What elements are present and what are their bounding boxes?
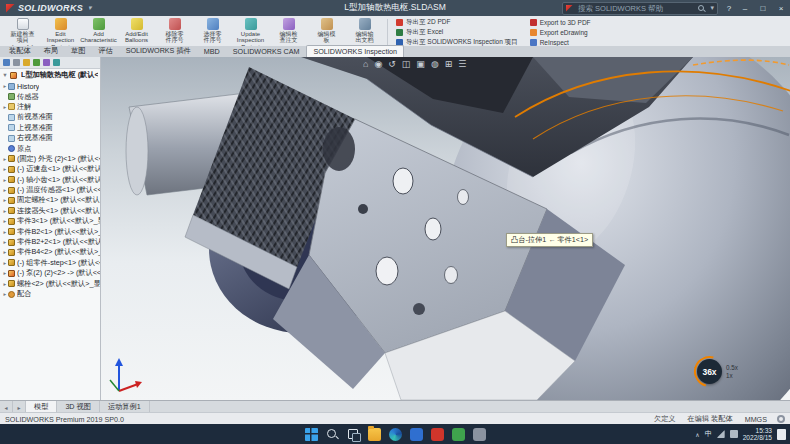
graphics-viewport[interactable]: ⌂ ◉ ↺ ◫ ▣ ◍ ⊞ ☰ 凸台-拉伸1 ← 零件1<1> 36x 0.5x…: [101, 57, 790, 400]
tree-item-origin[interactable]: 原点: [2, 143, 100, 153]
tree-item-front-plane[interactable]: 前视基准面: [2, 112, 100, 122]
start-button-icon[interactable]: [305, 428, 318, 441]
tab-inspection[interactable]: SOLIDWORKS Inspection: [306, 45, 404, 57]
zoom-area-icon[interactable]: ◉: [374, 58, 382, 70]
titlebar: SOLIDWORKS ▾ L型加轴散热电枢.SLDASM ▾ ? – □ ×: [0, 0, 790, 16]
tree-item-component[interactable]: ▸ 螺栓<2> (默认<<默认>_显示状态: [2, 278, 100, 288]
tree-item-component[interactable]: ▸ (-) 组零件-step<1> (默认<<默认...: [2, 258, 100, 268]
new-inspection-project-button[interactable]: 新建检查 项目 (emp.fc): [4, 17, 41, 47]
ime-indicator[interactable]: 中: [705, 429, 712, 439]
maximize-button[interactable]: □: [754, 0, 772, 16]
help-search-box[interactable]: ▾: [562, 2, 718, 15]
taskbar-search-icon[interactable]: [326, 428, 339, 441]
tree-item-component[interactable]: ▸ 零件3<1> (默认<<默认>_显示状态: [2, 216, 100, 226]
search-input[interactable]: [576, 3, 695, 14]
display-style-icon[interactable]: ◍: [431, 58, 439, 70]
tree-item-component[interactable]: ▸ (-) 温度传感器<1> (默认<<默...: [2, 185, 100, 195]
edit-export-icon: [359, 18, 371, 30]
tree-item-component[interactable]: ▸ 零件B4<2> (默认<<默认>_显示...: [2, 247, 100, 257]
network-icon[interactable]: [717, 430, 725, 438]
collapse-arrow-icon[interactable]: ▼: [2, 72, 8, 78]
propertymanager-tab-icon[interactable]: [13, 59, 20, 66]
hide-show-items-icon[interactable]: ⊞: [445, 58, 453, 70]
status-units[interactable]: MMGS: [745, 415, 767, 424]
view-orientation-icon[interactable]: ▣: [416, 58, 425, 70]
export-2d-pdf-item[interactable]: 导出至 2D PDF: [396, 18, 518, 26]
part-icon: [8, 166, 15, 173]
tree-item-component[interactable]: ▸ 连接器头<1> (默认<<默认>_显...: [2, 206, 100, 216]
status-options-icon[interactable]: [777, 415, 785, 423]
tray-expand-icon[interactable]: ∧: [695, 431, 699, 438]
export-inspection-project-item[interactable]: 导出至 SOLIDWORKS Inspection 项目: [396, 38, 518, 46]
close-button[interactable]: ×: [772, 0, 790, 16]
tree-item-component[interactable]: ▸ (-) 迈速盘<1> (默认<<默认>_显示...: [2, 164, 100, 174]
part-icon: [8, 187, 15, 194]
tree-item-annotations[interactable]: ▸ 注解: [2, 102, 100, 112]
help-button[interactable]: ?: [722, 0, 736, 16]
search-options-icon[interactable]: ▾: [710, 4, 714, 12]
view-settings-icon[interactable]: ☰: [458, 58, 466, 70]
previous-view-icon[interactable]: ↺: [388, 58, 396, 70]
export-3d-pdf-item[interactable]: Export to 3D PDF: [530, 18, 591, 26]
add-characteristic-button[interactable]: Add Characteristic: [80, 17, 117, 47]
assembly-icon: [10, 72, 17, 79]
zoom-fit-icon[interactable]: ⌂: [363, 58, 368, 70]
edit-export-document-button[interactable]: 编辑输 出文档: [346, 17, 383, 47]
tree-item-top-plane[interactable]: 上视基准面: [2, 123, 100, 133]
edit-template-button[interactable]: 编辑模 板: [308, 17, 345, 47]
tab-addins[interactable]: SOLIDWORKS 插件: [120, 45, 197, 57]
tree-item-component[interactable]: ▸ 零件B2+2<1> (默认<<默认>_显...: [2, 237, 100, 247]
document-title: L型加轴散热电枢.SLDASM: [344, 2, 446, 14]
notification-center-icon[interactable]: [777, 429, 786, 440]
tree-item-right-plane[interactable]: 右视基准面: [2, 133, 100, 143]
edit-inspection-project-button[interactable]: Edit Inspection Project: [42, 17, 79, 47]
search-icon[interactable]: [698, 5, 705, 12]
edit-inspection-note-button[interactable]: 编辑检 查注文: [270, 17, 307, 47]
update-inspection-project-button[interactable]: Update Inspection Project: [232, 17, 269, 47]
task-view-icon[interactable]: [347, 428, 360, 441]
tree-item-component[interactable]: ▸ 零件B2<1> (默认<<默认>_显示...: [2, 226, 100, 236]
tree-item-history[interactable]: ▸ History: [2, 81, 100, 91]
dimxpert-tab-icon[interactable]: [33, 59, 40, 66]
app-icon[interactable]: [410, 428, 423, 441]
tab-assembly[interactable]: 装配体: [3, 45, 37, 57]
featuremanager-tab-icon[interactable]: [3, 59, 10, 66]
zoom-factor-badge[interactable]: 36x: [697, 359, 722, 384]
tab-evaluate[interactable]: 评估: [92, 45, 118, 57]
tree-item-mates[interactable]: ▸ 配合: [2, 289, 100, 299]
file-explorer-icon[interactable]: [368, 428, 381, 441]
feature-tree: ▸ History 传感器 ▸ 注解 前视基准面: [0, 81, 100, 400]
tree-item-component[interactable]: ▸ (-) 轴小齿<1> (默认<<默认>_显...: [2, 175, 100, 185]
add-edit-balloons-button[interactable]: Add/Edit Balloons: [118, 17, 155, 47]
clock[interactable]: 15:33 2022/8/15: [743, 427, 772, 442]
export-edrawing-item[interactable]: Export eDrawing: [530, 28, 591, 36]
tab-mbd[interactable]: MBD: [198, 46, 226, 57]
edit-project-icon: [55, 18, 67, 30]
tree-item-component[interactable]: ▸ (固定) 外壳 (2)<1> (默认<<默认>_显示状: [2, 154, 100, 164]
export-excel-item[interactable]: 导出至 Excel: [396, 28, 518, 36]
select-part-balloons-button[interactable]: 选择零 件序号: [194, 17, 231, 47]
volume-icon[interactable]: [730, 430, 738, 438]
app-logo[interactable]: SOLIDWORKS ▾: [0, 3, 98, 13]
tab-layout[interactable]: 布局: [38, 45, 64, 57]
section-view-icon[interactable]: ◫: [402, 58, 411, 70]
tree-item-component[interactable]: ▸ 固定螺栓<1> (默认<<默认>_显示状: [2, 195, 100, 205]
configurationmanager-tab-icon[interactable]: [23, 59, 30, 66]
solidworks-taskbar-icon[interactable]: [431, 428, 444, 441]
part-icon: [8, 197, 15, 204]
edge-browser-icon[interactable]: [389, 428, 402, 441]
tab-cam[interactable]: SOLIDWORKS CAM: [227, 46, 306, 57]
remove-part-balloons-button[interactable]: 移除零 件序号: [156, 17, 193, 47]
minimize-button[interactable]: –: [736, 0, 754, 16]
zoom-indicator[interactable]: 36x 0.5x 1x: [697, 359, 738, 384]
app-icon[interactable]: [473, 428, 486, 441]
tab-sketch[interactable]: 草图: [65, 45, 91, 57]
menu-expand-icon[interactable]: ▾: [88, 4, 92, 12]
tree-root-item[interactable]: ▼ L型加轴散热电枢 (默认<默认_显示状态-: [0, 69, 100, 81]
tree-item-sensors[interactable]: 传感器: [2, 91, 100, 101]
displaymanager-tab-icon[interactable]: [43, 59, 50, 66]
inspection-tab-icon[interactable]: [53, 59, 60, 66]
tree-item-component[interactable]: ▸ (-) 泵(2) (2)<2> -> (默认<<默认>...: [2, 268, 100, 278]
reinspect-item[interactable]: ReInspect: [530, 38, 591, 46]
app-icon[interactable]: [452, 428, 465, 441]
